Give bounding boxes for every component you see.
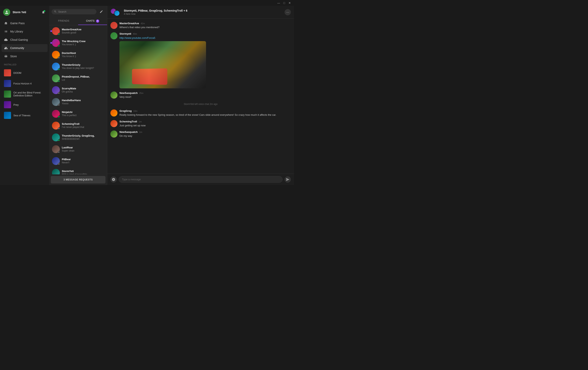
message-sender: NewSasquatch (119, 92, 137, 95)
maximize-button[interactable]: □ (281, 0, 287, 6)
chat-info: StormYetiRE8 is kind of incredible (62, 170, 104, 174)
tab-friends[interactable]: FRIENDS (49, 17, 78, 25)
library-icon (4, 30, 8, 33)
app-container: Storm Yeti Game Pass My Library (0, 6, 294, 185)
chat-status-dot (58, 116, 60, 118)
chat-item-10[interactable]: ThunderGrizzly, GrogGrog,SHEEEEEEESH (49, 131, 107, 143)
message-header: SchemingTroll1m (119, 120, 291, 123)
chat-preview: Never!! (62, 161, 104, 164)
chat-item-2[interactable]: The Wrecking CrewYou know it :) (49, 37, 107, 49)
game-item-sot[interactable]: Sea of Thieves (1, 110, 48, 120)
message-row-3: NewSasquatch25mVery nice!! (110, 92, 291, 99)
chat-status-dot (58, 68, 60, 70)
chat-status-dot (58, 104, 60, 106)
sidebar-username: Storm Yeti (13, 11, 38, 14)
chat-preview: Super clean (62, 149, 104, 152)
chat-status-dot (58, 139, 60, 141)
chat-item-1[interactable]: MasterGreatAxeSounds good! (49, 25, 107, 37)
message-sender: GrogGrog (119, 109, 132, 112)
message-avatar (110, 130, 117, 137)
message-time: 42m (141, 22, 145, 25)
close-button[interactable]: ✕ (287, 0, 293, 6)
tab-chats[interactable]: CHATS 4 (78, 17, 107, 25)
game-item-forza[interactable]: Forza Horizon 4 (1, 78, 48, 89)
sidebar-item-gamepass[interactable]: Game Pass (1, 19, 48, 27)
sidebar-item-cloudgaming[interactable]: Cloud Gaming (1, 36, 48, 44)
chat-avatar-img (52, 169, 60, 175)
chat-item-7[interactable]: HandleBarHansYoooo (49, 96, 107, 108)
send-button[interactable] (284, 176, 291, 183)
sidebar-item-store[interactable]: Store (1, 52, 48, 60)
community-icon (4, 46, 8, 50)
game-item-doom[interactable]: DOOM (1, 68, 48, 78)
chat-search-area (49, 6, 107, 17)
chat-avatar (52, 98, 60, 106)
chat-item-5[interactable]: PirateDropout, PitBear,Lol (49, 73, 107, 84)
game-thumb-doom (4, 69, 11, 76)
message-requests-button[interactable]: 3 MESSAGE REQUESTS (51, 176, 105, 183)
chat-item-6[interactable]: ScurvyMateOh gotcha (49, 84, 107, 96)
chat-item-11[interactable]: LastRoarSuper clean (49, 143, 107, 155)
message-link[interactable]: http://www.youtube.com/Forza5 (119, 36, 155, 39)
chat-preview: SHEEEEEEESH (62, 137, 104, 140)
chat-item-3[interactable]: DoctorHootYou know it :) (49, 49, 107, 61)
cloud-icon (4, 38, 8, 42)
chat-info: HandleBarHansYoooo (62, 99, 104, 105)
message-content: Stormyeti40mhttp://www.youtube.com/Forza… (119, 32, 291, 88)
game-label-forza: Forza Horizon 4 (13, 82, 32, 85)
sidebar-nav: Game Pass My Library Cloud Gaming Commun… (0, 19, 49, 61)
game-item-prey[interactable]: Prey (1, 100, 48, 110)
message-row-1: MasterGreatAxe42mWhere's that video you … (110, 22, 291, 29)
chat-window-header: Stormyeti, PitBear, GrogGrog, SchemingTr… (107, 6, 294, 19)
compose-button[interactable] (98, 8, 105, 15)
chat-item-13[interactable]: StormYetiRE8 is kind of incredible (49, 167, 107, 175)
chat-avatar (52, 110, 60, 118)
chat-name: Ninjalchi (62, 111, 104, 114)
chat-menu-button[interactable]: ··· (284, 9, 291, 15)
chat-item-9[interactable]: SchemingTrollI've never played that (49, 120, 107, 131)
unread-indicator (50, 30, 52, 32)
chat-preview: Lol (62, 79, 104, 81)
chat-item-12[interactable]: PitBearNever!! (49, 155, 107, 167)
minimize-button[interactable]: — (276, 0, 281, 6)
game-label-sot: Sea of Thieves (13, 114, 30, 117)
chat-status-dot (58, 163, 60, 165)
chat-name: DoctorHoot (62, 52, 104, 54)
chat-status-dot (58, 57, 60, 59)
store-icon (4, 54, 8, 58)
chat-avatar (52, 39, 60, 47)
message-sender: Stormyeti (119, 32, 131, 35)
sidebar-item-community[interactable]: Community (1, 44, 48, 52)
chat-item-8[interactable]: NinjalchiThis is perfect (49, 108, 107, 120)
chat-name: ThunderGrizzly, GrogGrog, (62, 134, 104, 137)
chat-item-4[interactable]: ThunderGrizzlyYou down to play later ton… (49, 61, 107, 73)
game-item-ori[interactable]: Ori and the Blind Forest: Definitive Edi… (1, 89, 48, 99)
chat-avatar (52, 133, 60, 141)
sidebar: Storm Yeti Game Pass My Library (0, 6, 49, 185)
message-sender: NewSasquatch (119, 130, 137, 133)
game-label-prey: Prey (13, 103, 19, 106)
notification-button[interactable] (41, 10, 46, 15)
group-avatar-2 (114, 10, 120, 16)
chat-list: MasterGreatAxeSounds good!The Wrecking C… (49, 25, 107, 175)
search-input[interactable] (58, 10, 94, 13)
chats-badge: 4 (96, 20, 99, 23)
message-avatar (110, 92, 117, 99)
message-input[interactable] (119, 176, 283, 183)
message-row-4: GrogGrog10mReally looking forward to the… (110, 109, 291, 117)
message-text: Just getting set up now (119, 124, 291, 127)
add-attachment-button[interactable] (110, 176, 117, 183)
sidebar-item-mylibrary[interactable]: My Library (1, 28, 48, 35)
chat-window: Stormyeti, PitBear, GrogGrog, SchemingTr… (107, 6, 294, 185)
chat-info: ThunderGrizzlyYou down to play later ton… (62, 63, 104, 69)
chat-status-dot (58, 33, 60, 35)
game-label-doom: DOOM (13, 72, 21, 74)
message-time: 25m (139, 92, 143, 94)
chat-avatar (52, 86, 60, 94)
sidebar-header: Storm Yeti (0, 6, 49, 19)
chat-avatar (52, 63, 60, 70)
game-thumb-prey (4, 101, 11, 108)
chat-input-area (107, 174, 294, 185)
forza-image (119, 41, 206, 88)
game-label-ori: Ori and the Blind Forest: Definitive Edi… (13, 91, 45, 97)
